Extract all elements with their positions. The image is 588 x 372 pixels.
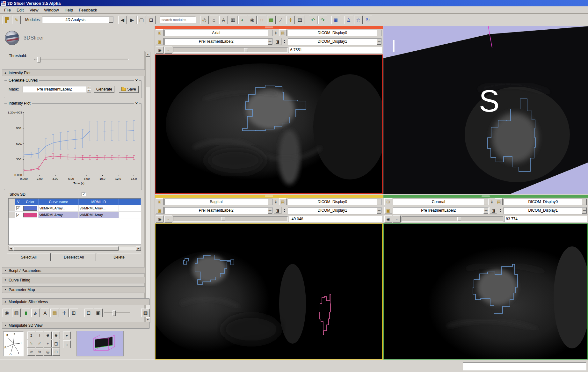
row-handle[interactable] [9,205,15,211]
combo-menu-icon[interactable]: — [483,208,488,214]
combo-menu-icon[interactable]: — [483,199,488,205]
sagittal-slice-slider-thumb[interactable] [221,217,225,221]
coronal-layout-icon[interactable]: ⊞ [384,198,392,205]
roll-left-icon[interactable]: ↰ [27,340,35,347]
panel-vscroll-thumb[interactable] [146,57,150,87]
sagittal-slice-offset-value[interactable]: -49.048 [289,216,382,222]
sagittal-label-opacity-icon[interactable]: ◨ [274,207,281,214]
axial-bg-select[interactable]: DICOM_Display1— [288,38,382,45]
annotation-text-icon[interactable]: A [41,309,49,317]
fit-slices-icon[interactable]: ⊞ [69,309,78,317]
coronal-fg-layer-icon[interactable]: ▤ [495,198,503,205]
axial-fg-select[interactable]: DICOM_Display0— [288,30,382,36]
compare-view-icon[interactable]: ▣ [94,309,103,317]
fiducial-person-icon[interactable]: ♙ [345,16,353,24]
fade-slices-icon[interactable]: ▥ [12,309,21,317]
axial-expand-icon[interactable]: ▫ [164,47,172,54]
delete-button[interactable]: Delete [97,253,141,261]
combo-menu-icon[interactable]: — [268,30,272,36]
coronal-label-opacity-icon[interactable]: ◨ [490,207,497,214]
curve-col-curvename[interactable]: Curve name [39,199,79,205]
slice-options-icon[interactable]: ▦ [141,309,150,317]
rotate-3d-icon[interactable]: ↻ [36,348,43,356]
module-search-input[interactable] [160,17,196,23]
module-transforms-icon[interactable]: ∕ [277,16,285,24]
save-data-icon[interactable]: ▣ [331,16,340,24]
combo-menu-icon[interactable]: — [268,199,272,205]
sagittal-color-strip[interactable] [155,195,383,198]
mask-select[interactable]: PreTreatmentLabel2 [23,86,86,92]
axial-label-layer-icon[interactable]: ▣ [156,38,163,45]
combo-menu-icon[interactable]: — [377,30,381,36]
slice-fov-slider-thumb[interactable] [113,310,116,316]
deselect-all-button[interactable]: Deselect All [52,253,96,261]
zoom-out-icon[interactable]: ⊖ [52,332,60,339]
mask-spinner[interactable]: ▲ ▼ [87,86,91,92]
sagittal-label-layer-icon[interactable]: ▣ [156,207,163,214]
sagittal-label-updown-icon[interactable]: ▲▼ [282,207,287,214]
sagittal-pane-updown-icon[interactable]: ▲▼ [274,198,278,205]
module-colors-icon[interactable]: ▩ [267,16,276,24]
combo-menu-icon[interactable]: — [377,199,381,205]
combo-menu-icon[interactable]: — [377,208,381,214]
spin-down-icon[interactable]: ▼ [87,89,91,92]
coronal-label-updown-icon[interactable]: ▲▼ [498,207,503,214]
section-curve-fitting[interactable]: ▼ Curve Fitting [2,277,149,283]
axial-pane-updown-icon[interactable]: ▲▼ [274,29,278,36]
axial-slice-slider-thumb[interactable] [244,48,248,52]
coronal-label-select[interactable]: PreTreatmentLabel2— [393,207,489,214]
curve-col-color[interactable]: Color [22,199,39,205]
menu-edit[interactable]: Edit [14,7,26,13]
scroll-down-icon[interactable]: ▼ [146,317,150,322]
threshold-slider[interactable] [34,59,129,60]
section-manipulate-slice-views[interactable]: ▲ Manipulate Slice Views [2,298,150,305]
module-prev-icon[interactable]: ◀ [118,16,127,24]
combo-menu-icon[interactable]: — [582,208,587,214]
view3d-nav-thumbnail[interactable] [76,331,124,356]
compositing-icon[interactable]: ▩ [50,309,59,317]
threshold-slider-thumb[interactable] [37,57,40,62]
curve-visible-checkbox[interactable]: ✓ [15,212,22,218]
axial-visibility-icon[interactable]: ◉ [156,47,163,54]
coronal-image[interactable] [383,223,588,360]
axial-color-strip[interactable] [155,26,383,29]
curve-col-handle[interactable] [9,199,15,205]
curve-color-swatch[interactable] [22,212,39,218]
title-bar[interactable]: 3D Slicer Version 3.5 Alpha [0,0,588,6]
sagittal-image[interactable] [155,223,383,360]
module-annotation-icon[interactable]: A [219,16,228,24]
menu-feedback[interactable]: Feedback [76,7,100,13]
zoom-in-icon[interactable]: ⊕ [44,332,52,339]
orthographic-icon[interactable]: ▱ [27,348,35,356]
axial-label-select[interactable]: PreTreatmentLabel2— [164,38,273,45]
axial-label-opacity-icon[interactable]: ◨ [274,38,281,45]
screenshot-slice-icon[interactable]: ⊡ [84,309,93,317]
curve-mrml-cell[interactable]: vtkMRMLArray... [79,205,119,211]
axial-image[interactable] [155,55,383,194]
curve-col-mrmlid[interactable]: MRML ID [79,199,119,205]
module-editor-icon[interactable]: ▤ [296,16,304,24]
sagittal-bg-select[interactable]: DICOM_Display1— [288,207,382,214]
slice-fov-slider[interactable] [104,312,130,313]
screen-capture-icon[interactable]: ⊡ [147,16,156,24]
save-scene-icon[interactable]: ✎ [12,16,21,24]
coronal-bg-select[interactable]: DICOM_Display1— [504,207,587,214]
look-from-icon[interactable]: ◎ [44,348,52,356]
combo-menu-icon[interactable]: — [109,17,113,23]
visibility-all-icon[interactable]: ◉ [3,309,11,317]
axial-collapse-icon[interactable] [265,26,273,28]
scroll-right-icon[interactable]: ▶ [136,246,141,251]
sagittal-label-select[interactable]: PreTreatmentLabel2— [164,207,273,214]
module-fiducials-icon[interactable]: ∷ [258,16,266,24]
generate-curves-close-icon[interactable]: ✕ [134,78,139,83]
curve-color-swatch[interactable] [22,205,39,211]
redo-icon[interactable]: ↷ [318,16,327,24]
stereo-icon[interactable]: ◫ [52,340,60,347]
sagittal-expand-icon[interactable]: ▫ [164,215,172,222]
panel-splitter[interactable] [152,26,155,360]
coronal-visibility-icon[interactable]: ◉ [384,215,392,222]
module-measurements-icon[interactable]: ✛ [286,16,295,24]
axial-slice-offset-value[interactable]: 6.7551 [289,47,382,53]
coronal-color-strip[interactable] [383,195,588,198]
intensity-plot-close-icon[interactable]: ✕ [134,101,139,106]
